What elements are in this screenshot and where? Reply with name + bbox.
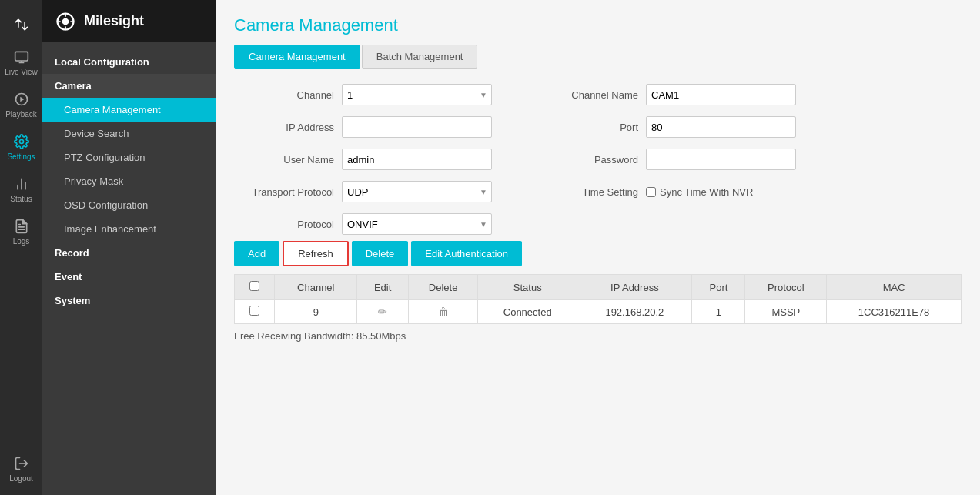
ip-address-label: IP Address bbox=[234, 122, 334, 133]
sidebar-group-system[interactable]: System bbox=[42, 289, 216, 313]
main-content: Camera Management Camera Management Batc… bbox=[216, 0, 980, 495]
sidebar: Milesight Local Configuration Camera Cam… bbox=[42, 0, 216, 495]
sidebar-item-ptz-config[interactable]: PTZ Configuration bbox=[42, 145, 216, 169]
col-protocol: Protocol bbox=[745, 275, 827, 300]
tab-camera-management[interactable]: Camera Management bbox=[234, 45, 360, 69]
row-delete-icon[interactable]: 🗑 bbox=[438, 306, 449, 318]
playback-label: Playback bbox=[5, 110, 37, 119]
table-header-row: Channel Edit Delete Status IP Address Po… bbox=[235, 275, 962, 300]
sidebar-group-local-config[interactable]: Local Configuration bbox=[42, 50, 216, 74]
add-button[interactable]: Add bbox=[234, 241, 279, 266]
icon-bar: Live View Playback Settings Status Logs … bbox=[0, 0, 42, 495]
icon-bar-status[interactable]: Status bbox=[0, 169, 42, 211]
sidebar-section: Local Configuration Camera Camera Manage… bbox=[42, 42, 216, 313]
row-delete-cell: 🗑 bbox=[409, 300, 478, 324]
form-row-4: Transport Protocol UDPTCPHTTP ▼ Time Set… bbox=[234, 181, 962, 202]
col-edit: Edit bbox=[357, 275, 409, 300]
sidebar-item-device-search[interactable]: Device Search bbox=[42, 122, 216, 145]
username-field: User Name bbox=[234, 149, 492, 170]
sidebar-group-record[interactable]: Record bbox=[42, 241, 216, 265]
delete-button[interactable]: Delete bbox=[352, 241, 409, 266]
row-checkbox-cell bbox=[235, 300, 275, 324]
sidebar-group-camera[interactable]: Camera bbox=[42, 74, 216, 98]
camera-table: Channel Edit Delete Status IP Address Po… bbox=[234, 274, 962, 324]
channel-select[interactable]: 1234 56789 bbox=[342, 84, 492, 105]
col-delete: Delete bbox=[409, 275, 478, 300]
row-edit-cell: ✏ bbox=[357, 300, 409, 324]
channel-select-wrapper: 1234 56789 ▼ bbox=[342, 84, 492, 105]
sidebar-item-image-enhancement[interactable]: Image Enhancement bbox=[42, 217, 216, 241]
row-checkbox[interactable] bbox=[249, 306, 259, 316]
live-view-label: Live View bbox=[5, 68, 38, 76]
password-field: Password bbox=[538, 149, 796, 170]
transport-protocol-label: Transport Protocol bbox=[234, 186, 334, 198]
password-label: Password bbox=[538, 154, 638, 166]
ip-address-field: IP Address bbox=[234, 116, 492, 138]
tab-batch-management[interactable]: Batch Management bbox=[362, 45, 478, 69]
svg-rect-0 bbox=[15, 52, 28, 61]
icon-bar-playback[interactable]: Playback bbox=[0, 84, 42, 126]
tab-bar: Camera Management Batch Management bbox=[216, 45, 980, 69]
sync-time-checkbox[interactable] bbox=[646, 187, 656, 197]
row-channel: 9 bbox=[275, 300, 357, 324]
select-all-checkbox[interactable] bbox=[249, 281, 259, 291]
row-port: 1 bbox=[692, 300, 745, 324]
bandwidth-label: Free Receiving Bandwidth: bbox=[234, 330, 353, 342]
camera-table-container: Channel Edit Delete Status IP Address Po… bbox=[216, 266, 980, 324]
time-setting-field: Time Setting Sync Time With NVR bbox=[538, 181, 753, 202]
bandwidth-value: 85.50Mbps bbox=[356, 330, 406, 342]
sidebar-group-event[interactable]: Event bbox=[42, 265, 216, 289]
logs-label: Logs bbox=[13, 237, 30, 246]
port-label: Port bbox=[538, 122, 638, 133]
row-mac: 1CC316211E78 bbox=[827, 300, 962, 324]
icon-bar-logs[interactable]: Logs bbox=[0, 211, 42, 253]
ip-address-input[interactable] bbox=[342, 116, 492, 138]
col-status: Status bbox=[478, 275, 577, 300]
row-protocol: MSSP bbox=[745, 300, 827, 324]
channel-name-input[interactable] bbox=[646, 84, 796, 105]
form-row-2: IP Address Port bbox=[234, 116, 962, 138]
channel-name-field: Channel Name bbox=[538, 84, 796, 105]
logo-text: Milesight bbox=[84, 13, 144, 29]
sidebar-item-privacy-mask[interactable]: Privacy Mask bbox=[42, 169, 216, 193]
protocol-label: Protocol bbox=[234, 219, 334, 230]
transport-protocol-select[interactable]: UDPTCPHTTP bbox=[342, 181, 492, 202]
form-section: Channel 1234 56789 ▼ Channel Name IP Add… bbox=[216, 84, 980, 235]
table-row: 9 ✏ 🗑 Connected 192.168.20.2 1 MSSP 1CC3… bbox=[235, 300, 962, 324]
row-edit-icon[interactable]: ✏ bbox=[378, 306, 387, 318]
time-setting-label: Time Setting bbox=[538, 186, 638, 198]
svg-point-3 bbox=[62, 18, 69, 25]
refresh-button[interactable]: Refresh bbox=[283, 241, 349, 266]
protocol-field: Protocol ONVIFMSSPRTSP ▼ bbox=[234, 213, 492, 235]
port-input[interactable] bbox=[646, 116, 796, 138]
icon-bar-settings[interactable]: Settings bbox=[0, 126, 42, 169]
col-channel: Channel bbox=[275, 275, 357, 300]
transport-protocol-field: Transport Protocol UDPTCPHTTP ▼ bbox=[234, 181, 492, 202]
protocol-select-wrapper: ONVIFMSSPRTSP ▼ bbox=[342, 213, 492, 235]
sync-time-label[interactable]: Sync Time With NVR bbox=[646, 186, 753, 198]
page-title: Camera Management bbox=[216, 0, 980, 45]
password-input[interactable] bbox=[646, 149, 796, 170]
col-ip-address: IP Address bbox=[577, 275, 692, 300]
sidebar-item-osd-config[interactable]: OSD Configuration bbox=[42, 193, 216, 217]
username-label: User Name bbox=[234, 154, 334, 166]
port-field: Port bbox=[538, 116, 796, 138]
channel-field: Channel 1234 56789 ▼ bbox=[234, 84, 492, 105]
col-port: Port bbox=[692, 275, 745, 300]
sidebar-item-camera-management[interactable]: Camera Management bbox=[42, 98, 216, 122]
form-row-5: Protocol ONVIFMSSPRTSP ▼ bbox=[234, 213, 962, 235]
username-input[interactable] bbox=[342, 149, 492, 170]
settings-label: Settings bbox=[7, 152, 35, 161]
protocol-select[interactable]: ONVIFMSSPRTSP bbox=[342, 213, 492, 235]
form-row-3: User Name Password bbox=[234, 149, 962, 170]
icon-bar-live-view[interactable]: Live View bbox=[0, 42, 42, 84]
icon-bar-arrows[interactable] bbox=[0, 8, 42, 42]
icon-bar-logout[interactable]: Logout bbox=[0, 448, 42, 495]
edit-auth-button[interactable]: Edit Authentication bbox=[411, 241, 522, 266]
sidebar-logo: Milesight bbox=[42, 0, 216, 42]
bandwidth-info: Free Receiving Bandwidth: 85.50Mbps bbox=[216, 324, 980, 348]
col-mac: MAC bbox=[827, 275, 962, 300]
channel-label: Channel bbox=[234, 89, 334, 101]
logout-label: Logout bbox=[9, 474, 33, 483]
col-checkbox bbox=[235, 275, 275, 300]
